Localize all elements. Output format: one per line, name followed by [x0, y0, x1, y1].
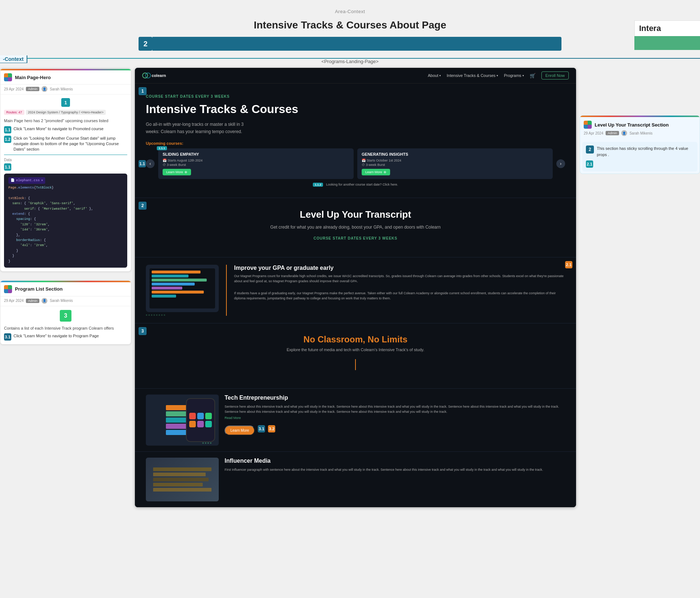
tech-text: Sentence here about this intensive track… [225, 404, 565, 415]
laptop-screen [149, 268, 215, 308]
course-step111-badge: 1.1.1 [157, 144, 167, 151]
sub-step-3-1: 3.1 Click "Learn More" to navigate to Pr… [4, 333, 127, 341]
next-arrow[interactable]: › [556, 159, 565, 168]
course1-duration: ⏱ 3-week Burst [163, 163, 349, 167]
step1-badge: 1 [61, 98, 70, 107]
site-nav: colearn About ▾ Intensive Tracks & Cours… [135, 68, 576, 84]
site-logo: colearn [142, 72, 171, 79]
course-step11-badge: 1.1 [139, 160, 146, 167]
screen-bar-6 [152, 291, 204, 294]
center-column: colearn About ▾ Intensive Tracks & Cours… [135, 68, 576, 507]
card-meta: 29 Apr 2024 Admin 👤 Sarah Mikenis [0, 85, 131, 94]
click-note: 1.1.2 Looking for another course start d… [146, 183, 565, 190]
step12-badge: 1.2 [4, 136, 11, 143]
influencer-section: Influencer Media First Influencer paragr… [135, 451, 576, 507]
nav-about[interactable]: About ▾ [428, 73, 441, 78]
no-classroom-description: Explore the future of media and tech wit… [146, 347, 565, 352]
no-classroom-title: No Classroom, No Limits [146, 334, 565, 345]
course-start-2: COURSE START DATES EVERY 3 WEEKS [146, 236, 565, 240]
design-system-tag: 2024 Design System / Typography / <Hero-… [26, 110, 106, 115]
main-layout: Main Page-Hero 29 Apr 2024 Admin 👤 Sarah… [0, 68, 700, 522]
interact-label: Intera [634, 20, 700, 36]
gpa-section: 2.1 [135, 257, 576, 323]
svg-text:colearn: colearn [152, 73, 166, 78]
course-start-badge: COURSE START DATES EVERY 3 WEEKS [146, 94, 565, 98]
hero-title: Intensive Tracks & Courses [146, 102, 565, 116]
data-step11-badge: 1.1 [4, 163, 11, 171]
influencer-visual [146, 458, 219, 501]
cart-icon[interactable]: 🛒 [530, 73, 536, 78]
programs-landing-label: <Programs-Landing-Page> [0, 59, 700, 64]
program-card-header: Program List Section [0, 282, 131, 296]
prev-arrow[interactable]: ‹ [146, 159, 155, 168]
dots-pattern [146, 314, 219, 316]
card-title: Main Page-Hero [15, 75, 51, 80]
enroll-now-button[interactable]: Enroll Now [541, 71, 569, 79]
author-name: Sarah Mikenis [50, 87, 73, 91]
program-author-avatar: 👤 [42, 298, 47, 304]
program-card-meta: 29 Apr 2024 Admin 👤 Sarah Mikenis [0, 296, 131, 306]
gpa-text2: If students have a goal of graduating ea… [234, 291, 565, 301]
step31-text: Click "Learn More" to navigate to Progra… [13, 333, 99, 339]
step21-badge-right: 2.1 [586, 160, 593, 168]
app-icon-3 [205, 413, 212, 419]
screen-bar-2 [152, 275, 188, 277]
area-context-label: Area-Context [0, 4, 700, 16]
tech-read-more[interactable]: Read More [225, 416, 565, 420]
course-cards-row: 1.1.1 ‹ 1.1 SLIDING EMPATHY 📅 Starts Aug… [146, 148, 565, 179]
card-header: Main Page-Hero [0, 70, 131, 85]
step11-badge: 1.1 [4, 126, 11, 133]
gpa-divider [226, 265, 227, 316]
hero-description: Main Page hero has 2 "promoted" upcoming… [4, 118, 127, 124]
course2-date: 📅 Starts October 1st 2024 [362, 159, 548, 162]
code-filename: 📄 elephant.css ✕ [8, 177, 45, 184]
context-label-left: -Context [0, 55, 27, 63]
website-preview: colearn About ▾ Intensive Tracks & Cours… [135, 68, 576, 507]
colearn-logo-svg: colearn [142, 72, 171, 79]
card-icon [4, 73, 12, 81]
tech-visual [146, 395, 219, 446]
program-card-icon [4, 285, 12, 293]
gpa-visual [146, 265, 219, 316]
gpa-content: Improve your GPA or graduate early Our M… [234, 265, 565, 316]
level-up-avatar: 👤 [621, 130, 627, 136]
step21-row: 2.1 [586, 160, 694, 168]
nav-programs[interactable]: Programs ▾ [504, 73, 524, 78]
program-card-body: 3 Contains a list of each Intensive Trac… [0, 306, 131, 345]
no-classroom-section: 3 No Classroom, No Limits Explore the fu… [135, 323, 576, 388]
site-hero-section: 1 COURSE START DATES EVERY 3 WEEKS Inten… [135, 84, 576, 198]
course1-title: SLIDING EMPATHY [163, 152, 349, 156]
program-admin-badge: Admin [26, 299, 40, 303]
course-card-1: SLIDING EMPATHY 📅 Starts August 12th 202… [158, 148, 354, 179]
step11-text: Click "Learn More" to navigate to Promot… [13, 126, 104, 132]
level-up-transcript-card: Level Up Your Transcript Section 29 Apr … [580, 115, 700, 174]
app-icon-4 [189, 421, 196, 427]
hero-description: Go all-in with year-long tracks or maste… [146, 121, 255, 135]
course1-learn-more-btn[interactable]: Learn More ⊕ [163, 169, 191, 175]
page-title: Intensive Tracks & Courses About Page [0, 19, 700, 31]
level-up-card-meta: 29 Apr 2024 Admin 👤 Sarah Mikenis [584, 130, 696, 136]
level-up-author: Sarah Mikenis [629, 131, 652, 135]
screen-bar-7 [152, 295, 176, 298]
step3-badge: 3 [60, 310, 71, 322]
level-up-section: 2 Level Up Your Transcript Get credit fo… [135, 198, 576, 257]
course1-date: 📅 Starts August 12th 2024 [163, 159, 349, 162]
upcoming-label: Upcoming courses: [146, 141, 565, 145]
course2-learn-more-btn[interactable]: Learn More ⊕ [362, 169, 390, 175]
right-column: Level Up Your Transcript Section 29 Apr … [576, 68, 700, 507]
card-date: 29 Apr 2024 [4, 87, 24, 91]
code-block: 📄 elephant.css ✕ Page.elements{TxtBlock}… [4, 174, 127, 268]
upcoming-courses: Upcoming courses: 1.1.1 ‹ 1.1 [146, 141, 565, 179]
influencer-content: Influencer Media First Influencer paragr… [225, 458, 543, 501]
sub-step-1-2: 1.2 Click on "Looking for Another Course… [4, 136, 127, 152]
left-column: Main Page-Hero 29 Apr 2024 Admin 👤 Sarah… [0, 68, 135, 507]
tech-learn-more-btn[interactable]: Learn More [225, 426, 255, 435]
step2-text: This section has sticky scrolling throug… [597, 145, 694, 158]
level-up-title: Level Up Your Transcript [146, 209, 565, 220]
gpa-title: Improve your GPA or graduate early [234, 265, 565, 271]
nav-intensive-tracks[interactable]: Intensive Tracks & Courses ▾ [447, 73, 498, 78]
app-icon-6 [205, 421, 212, 427]
screen-bar-1 [152, 271, 201, 273]
tech-title: Tech Entrepreneurship [225, 395, 565, 401]
phone-app-grid [186, 410, 215, 430]
